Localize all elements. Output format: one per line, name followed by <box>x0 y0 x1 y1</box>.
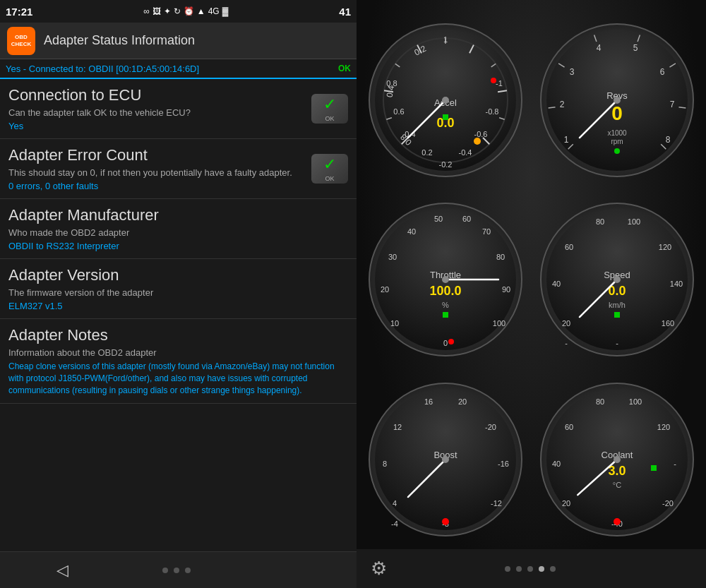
check-label-error: OK <box>325 175 334 182</box>
gauge-coolant: 20 40 60 80 100 120 - -20 -40 Coolant 3.… <box>535 373 700 546</box>
svg-text:20: 20 <box>458 397 467 406</box>
svg-point-33 <box>474 138 481 145</box>
nav-dot-2 <box>174 568 179 573</box>
page-dot-3 <box>527 566 533 572</box>
svg-text:40: 40 <box>552 280 561 288</box>
svg-point-110 <box>442 518 449 525</box>
section-error-content: Adapter Error Count This should stay on … <box>8 146 311 191</box>
back-button[interactable]: ◁ <box>56 561 68 580</box>
svg-text:40: 40 <box>552 460 561 468</box>
section-ecu: Connection to ECU Can the adapter talk O… <box>0 79 357 139</box>
alarm-icon: ⏰ <box>184 6 194 16</box>
gauge-accel-svg: 0.8 0.4 0.2 0.8 0.6 0.4 0.2 1 -1 -0.8 -0… <box>368 23 523 178</box>
svg-text:-: - <box>565 339 568 347</box>
gauges-grid: 0.8 0.4 0.2 0.8 0.6 0.4 0.2 1 -1 -0.8 -0… <box>364 14 699 546</box>
svg-text:-: - <box>616 339 618 347</box>
svg-text:°C: °C <box>613 481 621 489</box>
svg-text:90: 90 <box>502 285 510 294</box>
svg-text:-4: -4 <box>391 520 398 528</box>
svg-text:-16: -16 <box>498 460 509 468</box>
svg-text:120: 120 <box>659 243 671 251</box>
page-dot-2 <box>516 566 522 572</box>
section-manufacturer-title: Adapter Manufacturer <box>8 206 348 224</box>
bottom-nav: ◁ <box>0 551 357 588</box>
error-check-icon: ✓ OK <box>311 154 348 184</box>
svg-text:16: 16 <box>424 397 433 406</box>
svg-text:80: 80 <box>596 397 604 406</box>
gauge-boost: 4 8 12 16 20 -20 -16 -12 -8 -4 Boost <box>364 373 528 546</box>
svg-text:140: 140 <box>670 280 683 288</box>
section-manufacturer-value: OBDII to RS232 Interpreter <box>8 241 348 251</box>
logo-text: OBDCHECK <box>11 34 31 47</box>
section-version: Adapter Version The firmware version of … <box>0 259 357 319</box>
svg-text:3: 3 <box>569 67 574 77</box>
connection-bar: Yes - Connected to: OBDII [00:1D:A5:00:1… <box>0 59 357 79</box>
sections-container: Connection to ECU Can the adapter talk O… <box>0 79 357 551</box>
section-notes: Adapter Notes Information about the OBD2… <box>0 319 357 404</box>
svg-point-78 <box>442 276 449 283</box>
check-mark-error: ✓ <box>323 155 336 174</box>
status-icons: ∞ 🖼 ✦ ↻ ⏰ ▲ 4G ▓ <box>143 6 228 16</box>
svg-text:0.2: 0.2 <box>422 148 433 157</box>
photo-icon: 🖼 <box>152 6 161 16</box>
svg-text:0: 0 <box>611 102 623 124</box>
bluetooth-icon: ✦ <box>164 6 171 16</box>
svg-text:6: 6 <box>659 67 664 77</box>
check-label-ecu: OK <box>325 115 334 122</box>
svg-text:20: 20 <box>381 285 389 294</box>
status-bar: 17:21 ∞ 🖼 ✦ ↻ ⏰ ▲ 4G ▓ 41 <box>0 0 357 23</box>
svg-text:1: 1 <box>563 135 568 145</box>
section-version-desc: The firmware version of the adapter <box>8 287 348 298</box>
svg-text:-0.2: -0.2 <box>439 160 453 169</box>
section-ecu-desc: Can the adapter talk OK to the vehicle E… <box>8 107 311 118</box>
svg-text:100: 100 <box>493 319 505 328</box>
svg-text:2: 2 <box>559 100 564 109</box>
check-mark-ecu: ✓ <box>323 95 336 114</box>
section-ecu-content: Connection to ECU Can the adapter talk O… <box>8 86 311 131</box>
svg-rect-76 <box>443 312 448 318</box>
connection-text: Yes - Connected to: OBDII [00:1D:A5:00:1… <box>6 64 199 74</box>
svg-text:5: 5 <box>633 43 638 53</box>
svg-text:100: 100 <box>629 397 642 406</box>
svg-text:60: 60 <box>462 215 471 223</box>
gauge-throttle-svg: 10 20 30 40 50 60 70 80 90 100 0 Throttl… <box>368 202 523 357</box>
svg-text:20: 20 <box>562 499 570 508</box>
gauge-revs-svg: 1 2 3 4 5 6 7 8 Revs 0 x1000 rpm <box>539 23 695 178</box>
gauge-speed-svg: 20 40 60 80 100 120 140 160 - - Speed 0.… <box>539 202 695 357</box>
right-bottom-bar: ⚙ <box>357 549 706 588</box>
svg-text:%: % <box>442 301 449 309</box>
svg-text:rpm: rpm <box>611 138 623 145</box>
section-manufacturer-desc: Who made the OBD2 adapter <box>8 227 348 238</box>
svg-rect-124 <box>651 465 657 471</box>
section-manufacturer: Adapter Manufacturer Who made the OBD2 a… <box>0 199 357 259</box>
gauge-accel: 0.8 0.4 0.2 0.8 0.6 0.4 0.2 1 -1 -0.8 -0… <box>364 14 528 186</box>
app-title: Adapter Status Information <box>44 33 195 48</box>
svg-text:km/h: km/h <box>609 301 626 309</box>
svg-text:12: 12 <box>393 423 402 431</box>
svg-point-56 <box>614 148 620 154</box>
page-dot-1 <box>505 566 510 572</box>
section-notes-desc: Information about the OBD2 adapter <box>8 347 348 358</box>
page-dot-4 <box>539 566 544 572</box>
settings-icon[interactable]: ⚙ <box>371 558 387 580</box>
svg-text:60: 60 <box>565 423 573 431</box>
section-error-value: 0 errors, 0 other faults <box>8 181 311 191</box>
section-notes-title: Adapter Notes <box>8 326 348 344</box>
gauge-throttle: 10 20 30 40 50 60 70 80 90 100 0 Throttl… <box>364 193 528 366</box>
svg-text:4: 4 <box>393 499 397 508</box>
ecu-check-icon: ✓ OK <box>311 94 348 124</box>
svg-text:50: 50 <box>434 215 443 223</box>
app-header: OBDCHECK Adapter Status Information <box>0 23 357 59</box>
svg-text:20: 20 <box>562 319 570 328</box>
svg-text:80: 80 <box>496 253 505 261</box>
gauge-revs: 1 2 3 4 5 6 7 8 Revs 0 x1000 rpm <box>535 14 700 186</box>
wifi-icon: ▲ <box>197 6 205 16</box>
svg-text:-12: -12 <box>491 499 502 508</box>
svg-text:60: 60 <box>565 243 573 251</box>
gauge-coolant-svg: 20 40 60 80 100 120 - -20 -40 Coolant 3.… <box>539 382 695 537</box>
connection-ok: OK <box>338 64 351 73</box>
svg-text:120: 120 <box>657 423 670 431</box>
sync-icon: ↻ <box>174 6 181 16</box>
section-ecu-title: Connection to ECU <box>8 86 311 104</box>
battery-icon: ▓ <box>222 6 229 16</box>
